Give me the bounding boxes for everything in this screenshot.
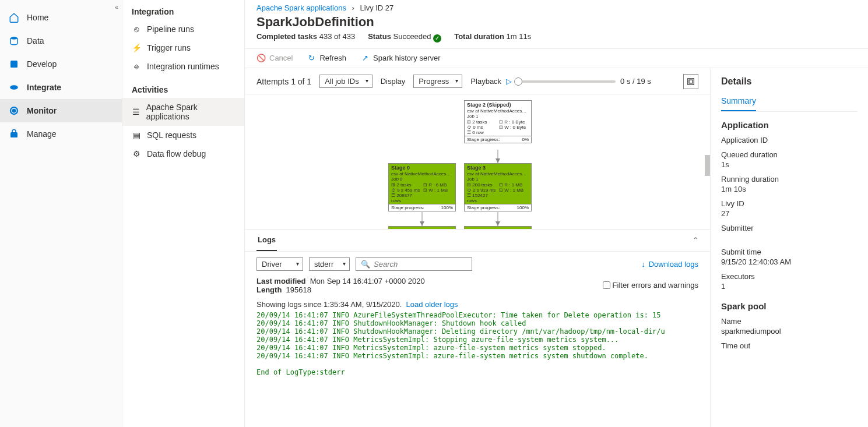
nav-develop[interactable]: Develop	[0, 52, 122, 76]
logs-header: Logs ⌃	[245, 230, 710, 252]
svg-marker-9	[496, 158, 500, 163]
external-link-icon: ↗	[360, 54, 370, 63]
load-older-logs-link[interactable]: Load older logs	[406, 300, 458, 309]
svg-point-0	[10, 37, 17, 40]
filter-errors-checkbox[interactable]: Filter errors and warnings	[603, 277, 698, 294]
main: Apache Spark applications › Livy ID 27 S…	[245, 0, 868, 427]
database-icon	[8, 35, 20, 47]
home-icon	[8, 12, 20, 23]
svg-marker-11	[420, 221, 424, 226]
svg-rect-6	[688, 78, 694, 84]
cancel-icon: 🚫	[256, 54, 266, 63]
nav-label: Integrate	[27, 83, 61, 92]
stage-0-box[interactable]: Stage 0 csv at NativeMethodAccessor… Job…	[388, 163, 456, 211]
collapse-nav-icon[interactable]: «	[115, 3, 118, 10]
download-logs-button[interactable]: ↓Download logs	[641, 260, 698, 269]
status-row: Completed tasks 433 of 433 Status Succee…	[245, 31, 868, 48]
cancel-button: 🚫Cancel	[256, 54, 293, 63]
spark-icon: ☰	[132, 107, 140, 117]
nav-integrate[interactable]: Integrate	[0, 76, 122, 99]
stage-partial-box[interactable]	[388, 226, 456, 230]
svg-point-2	[10, 85, 18, 90]
svg-marker-13	[496, 221, 500, 226]
log-source-select[interactable]: Driver	[256, 257, 303, 271]
nav-label: Home	[27, 13, 48, 22]
nav-label: Develop	[27, 59, 57, 69]
attempts-label: Attempts 1 of 1	[256, 77, 311, 86]
details-panel: Details Summary Application Application …	[711, 68, 868, 428]
sub-nav: Integration ⎋Pipeline runs ⚡Trigger runs…	[122, 0, 245, 427]
playback-slider[interactable]	[516, 80, 616, 83]
stage-graph[interactable]: Stage 2 (Skipped) csv at NativeMethodAcc…	[245, 94, 710, 230]
log-stream-select[interactable]: stderr	[309, 257, 350, 271]
subnav-sql-requests[interactable]: ▤SQL requests	[122, 126, 244, 144]
svg-point-4	[13, 110, 16, 112]
log-search-box[interactable]: 🔍	[356, 257, 472, 271]
spark-history-button[interactable]: ↗Spark history server	[360, 54, 441, 63]
debug-icon: ⚙	[132, 149, 141, 158]
details-title: Details	[721, 76, 858, 87]
log-search-input[interactable]	[374, 260, 467, 269]
tab-summary[interactable]: Summary	[721, 93, 756, 111]
stage-2-box[interactable]: Stage 2 (Skipped) csv at NativeMethodAcc…	[464, 100, 532, 143]
monitor-icon	[8, 105, 20, 117]
svg-rect-5	[10, 132, 17, 137]
refresh-button[interactable]: ↻Refresh	[307, 54, 346, 63]
job-ids-select[interactable]: All job IDs	[319, 75, 372, 88]
success-icon: ✓	[433, 34, 441, 43]
nav-label: Manage	[27, 129, 57, 139]
svg-rect-1	[10, 61, 17, 68]
sql-icon: ▤	[132, 130, 141, 140]
nav-monitor[interactable]: Monitor	[0, 99, 122, 122]
subnav-trigger-runs[interactable]: ⚡Trigger runs	[122, 38, 244, 57]
stage-partial-box[interactable]	[464, 226, 532, 230]
page-title: SparkJobDefinition	[256, 15, 856, 30]
display-select[interactable]: Progress	[413, 75, 462, 88]
filters-bar: Attempts 1 of 1 All job IDs Display Prog…	[245, 68, 710, 94]
log-output[interactable]: 20/09/14 16:41:07 INFO AzureFileSystemTh…	[245, 311, 710, 381]
subnav-dataflow-debug[interactable]: ⚙Data flow debug	[122, 144, 244, 163]
code-icon	[8, 58, 20, 70]
integrate-icon	[8, 82, 20, 93]
nav-rail: « Home Data Develop Integrate Monitor Ma…	[0, 0, 122, 427]
nav-label: Data	[27, 36, 44, 45]
subnav-header-activities: Activities	[122, 82, 244, 98]
subnav-integration-runtimes[interactable]: ⎆Integration runtimes	[122, 57, 244, 76]
stage-3-box[interactable]: Stage 3 csv at NativeMethodAccessor… Job…	[464, 163, 532, 211]
play-icon[interactable]: ▷	[506, 77, 512, 86]
runtime-icon: ⎆	[132, 62, 141, 71]
trigger-icon: ⚡	[132, 43, 141, 52]
fullscreen-icon[interactable]	[683, 74, 698, 89]
refresh-icon: ↻	[307, 54, 316, 63]
subnav-header-integration: Integration	[122, 3, 244, 20]
download-icon: ↓	[641, 260, 645, 269]
nav-manage[interactable]: Manage	[0, 122, 122, 146]
breadcrumb-sep: ›	[352, 3, 354, 12]
display-label: Display	[381, 77, 406, 86]
logs-tab[interactable]: Logs	[256, 230, 277, 251]
section-application: Application	[721, 120, 858, 130]
section-spark-pool: Spark pool	[721, 301, 858, 311]
pipeline-icon: ⎋	[132, 24, 141, 34]
nav-label: Monitor	[27, 106, 57, 115]
playback-time: 0 s / 19 s	[620, 77, 651, 86]
nav-data[interactable]: Data	[0, 29, 122, 52]
breadcrumb-current: Livy ID 27	[360, 3, 394, 12]
subnav-pipeline-runs[interactable]: ⎋Pipeline runs	[122, 20, 244, 38]
graph-scrollbar[interactable]	[705, 155, 710, 176]
playback-label: Playback	[470, 77, 501, 86]
svg-rect-7	[689, 80, 693, 83]
breadcrumb: Apache Spark applications › Livy ID 27	[245, 0, 868, 12]
manage-icon	[8, 128, 20, 140]
breadcrumb-parent[interactable]: Apache Spark applications	[256, 3, 346, 12]
nav-home[interactable]: Home	[0, 6, 122, 29]
chevron-up-icon[interactable]: ⌃	[693, 236, 698, 244]
subnav-spark-apps[interactable]: ☰Apache Spark applications	[122, 98, 244, 126]
slider-thumb[interactable]	[514, 77, 522, 86]
toolbar: 🚫Cancel ↻Refresh ↗Spark history server	[245, 48, 868, 68]
search-icon: 🔍	[361, 260, 370, 269]
